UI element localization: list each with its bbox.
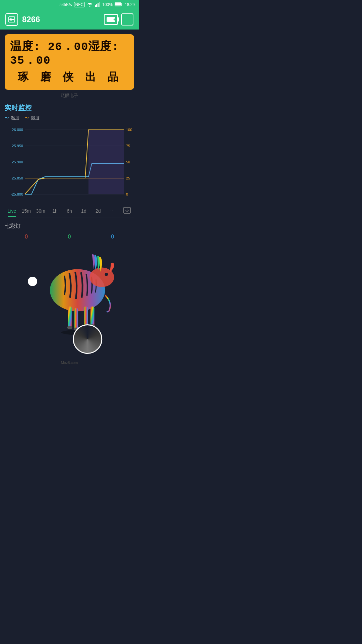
svg-text:0: 0 <box>126 192 128 196</box>
tab-6h[interactable]: 6h <box>62 206 77 216</box>
svg-text:25: 25 <box>126 176 130 180</box>
tab-2d[interactable]: 2d <box>91 206 105 216</box>
svg-marker-26 <box>88 130 124 194</box>
svg-point-31 <box>105 273 108 276</box>
battery-button[interactable]: + <box>104 14 118 25</box>
svg-rect-5 <box>115 3 121 5</box>
svg-text:100: 100 <box>126 128 132 132</box>
brand-name-display: 琢 磨 侠 出 品 <box>10 70 129 85</box>
red-value: 0 <box>25 234 28 240</box>
legend-humi: 〜 湿度 <box>25 115 40 121</box>
tab-1h[interactable]: 1h <box>48 206 62 216</box>
chart-title: 实时监控 <box>5 103 134 112</box>
tab-1d[interactable]: 1d <box>76 206 91 216</box>
svg-rect-1 <box>96 4 97 7</box>
color-picker-area[interactable] <box>5 243 134 357</box>
tab-30m[interactable]: 30m <box>34 206 48 216</box>
footer-brand: Moz8.com <box>0 357 139 368</box>
svg-text:25.850: 25.850 <box>12 176 23 180</box>
brand-subtitle: 眨眼电子 <box>0 93 139 99</box>
svg-point-36 <box>67 326 72 329</box>
svg-text:25.950: 25.950 <box>12 144 23 148</box>
color-light-title: 七彩灯 <box>5 223 134 230</box>
top-bar: 8266 + <box>0 9 139 30</box>
svg-rect-34 <box>84 306 88 326</box>
svg-rect-3 <box>99 2 100 7</box>
chart-section: 实时监控 〜 温度 〜 湿度 26.000 <box>0 99 139 217</box>
wifi-icon <box>87 2 93 8</box>
temp-legend-label: 温度 <box>11 115 19 121</box>
color-values: 0 0 0 <box>5 234 134 240</box>
humi-legend-label: 湿度 <box>31 115 40 121</box>
svg-text:25.900: 25.900 <box>12 160 23 164</box>
tab-15m[interactable]: 15m <box>19 206 34 216</box>
time-tabs: Live 15m 30m 1h 6h 1d 2d ··· <box>5 204 134 217</box>
svg-rect-33 <box>74 308 78 329</box>
svg-text:75: 75 <box>126 144 130 148</box>
menu-button[interactable] <box>121 13 133 25</box>
chart-graph: 26.000 25.950 25.900 25.850 -25.800 100 … <box>5 123 134 204</box>
display-panel: 温度: 26．00湿度: 35．00 琢 磨 侠 出 品 <box>5 34 134 90</box>
green-value: 0 <box>68 234 71 240</box>
battery-status: 100% <box>102 2 113 7</box>
signal-bars <box>95 2 100 8</box>
svg-rect-6 <box>122 3 122 5</box>
battery-icon <box>115 2 123 7</box>
svg-rect-2 <box>98 3 99 7</box>
back-button[interactable] <box>5 13 18 26</box>
sensor-reading: 温度: 26．00湿度: 35．00 <box>10 40 129 68</box>
network-speed: 545K/s <box>59 2 72 7</box>
svg-text:50: 50 <box>126 160 130 164</box>
brightness-selector[interactable] <box>73 324 102 354</box>
svg-text:-25.800: -25.800 <box>11 192 23 196</box>
color-light-section: 七彩灯 0 0 0 <box>0 217 139 357</box>
more-options-button[interactable]: ··· <box>105 208 120 214</box>
legend-temp: 〜 温度 <box>5 115 19 121</box>
humi-legend-icon: 〜 <box>25 115 29 121</box>
clock: 18:29 <box>125 2 135 7</box>
status-bar: 545K/s NFC 100% 18:29 <box>0 0 139 9</box>
blue-value: 0 <box>111 234 114 240</box>
svg-rect-0 <box>95 5 96 7</box>
page-title: 8266 <box>22 15 40 24</box>
svg-rect-32 <box>68 306 72 327</box>
nfc-badge: NFC <box>74 2 85 7</box>
color-selector-dot[interactable] <box>28 277 37 286</box>
svg-text:26.000: 26.000 <box>12 128 23 132</box>
temp-legend-icon: 〜 <box>5 115 9 121</box>
svg-rect-35 <box>90 306 95 326</box>
tab-live[interactable]: Live <box>5 206 19 216</box>
export-button[interactable] <box>120 207 134 215</box>
main-content: 温度: 26．00湿度: 35．00 琢 磨 侠 出 品 眨眼电子 实时监控 〜… <box>0 34 139 375</box>
chart-legend: 〜 温度 〜 湿度 <box>5 115 134 121</box>
